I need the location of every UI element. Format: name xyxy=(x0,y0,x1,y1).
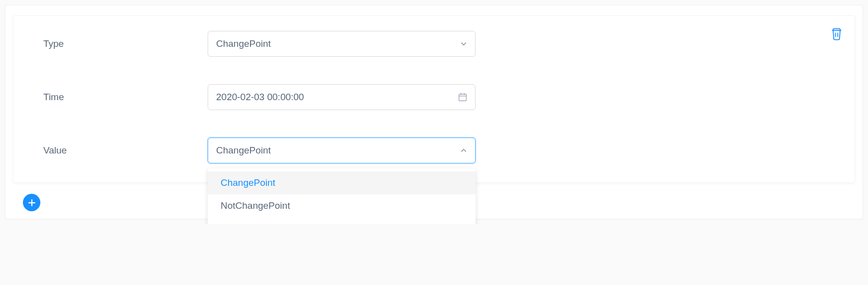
delete-button[interactable] xyxy=(830,27,844,41)
type-control-wrap: ChangePoint xyxy=(208,31,476,57)
plus-icon xyxy=(27,198,36,207)
value-dropdown: ChangePoint NotChangePoint AutoDetect xyxy=(208,168,476,224)
time-row: Time 2020-02-03 00:00:00 xyxy=(28,84,840,110)
value-select[interactable]: ChangePoint xyxy=(208,138,476,163)
chevron-down-icon xyxy=(460,40,467,47)
value-option-notchangepoint[interactable]: NotChangePoint xyxy=(208,194,476,217)
outer-panel: Type ChangePoint Time 2020-02-03 00:00:0… xyxy=(5,5,863,219)
time-input-value: 2020-02-03 00:00:00 xyxy=(216,92,304,103)
time-input[interactable]: 2020-02-03 00:00:00 xyxy=(208,84,476,110)
chevron-up-icon xyxy=(460,147,467,154)
calendar-icon xyxy=(458,93,467,102)
add-button[interactable] xyxy=(23,194,40,211)
type-label: Type xyxy=(28,38,208,49)
form-card: Type ChangePoint Time 2020-02-03 00:00:0… xyxy=(13,15,855,183)
type-select-value: ChangePoint xyxy=(216,38,271,49)
type-select[interactable]: ChangePoint xyxy=(208,31,476,57)
value-select-value: ChangePoint xyxy=(216,145,271,156)
time-control-wrap: 2020-02-03 00:00:00 xyxy=(208,84,476,110)
value-label: Value xyxy=(28,145,208,156)
value-option-autodetect[interactable]: AutoDetect xyxy=(208,217,476,224)
value-row: Value ChangePoint ChangePoint NotChangeP… xyxy=(28,138,840,163)
type-row: Type ChangePoint xyxy=(28,31,840,57)
value-option-changepoint[interactable]: ChangePoint xyxy=(208,171,476,194)
value-control-wrap: ChangePoint ChangePoint NotChangePoint A… xyxy=(208,138,476,163)
trash-icon xyxy=(830,27,844,41)
time-label: Time xyxy=(28,92,208,103)
svg-rect-0 xyxy=(459,94,467,101)
